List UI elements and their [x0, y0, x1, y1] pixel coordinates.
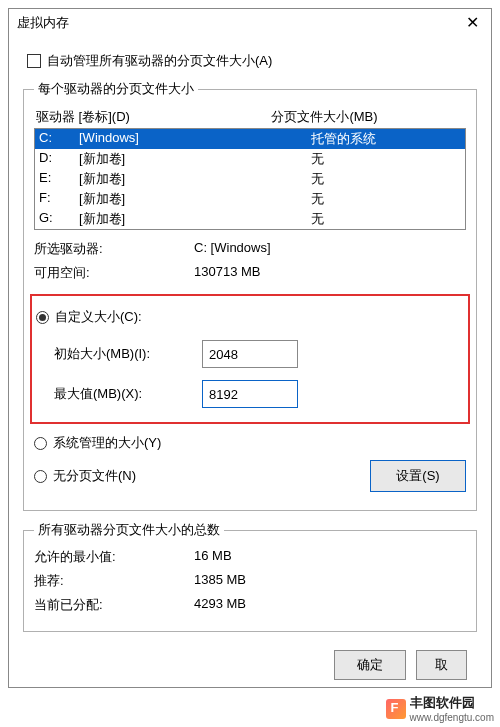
- selected-drive-label: 所选驱动器:: [34, 240, 194, 258]
- dialog-title: 虚拟内存: [17, 14, 460, 32]
- max-size-input[interactable]: [202, 380, 298, 408]
- radio-custom-size[interactable]: 自定义大小(C):: [36, 304, 464, 330]
- drive-size: 无: [311, 210, 461, 228]
- recommended-label: 推荐:: [34, 572, 194, 590]
- selected-drive-value: C: [Windows]: [194, 240, 271, 258]
- drive-letter: G:: [39, 210, 79, 228]
- per-drive-group: 每个驱动器的分页文件大小 驱动器 [卷标](D) 分页文件大小(MB) C:[W…: [23, 80, 477, 511]
- min-allowed-label: 允许的最小值:: [34, 548, 194, 566]
- drive-row[interactable]: C:[Windows]托管的系统: [35, 129, 465, 149]
- drive-label: [新加卷]: [79, 150, 311, 168]
- radio-no-paging[interactable]: 无分页文件(N): [34, 467, 136, 485]
- radio-system-managed[interactable]: 系统管理的大小(Y): [34, 430, 466, 456]
- watermark-logo-icon: [386, 699, 406, 719]
- watermark-url: www.dgfengtu.com: [410, 712, 495, 723]
- drive-letter: D:: [39, 150, 79, 168]
- allocated-value: 4293 MB: [194, 596, 246, 614]
- cancel-button[interactable]: 取: [416, 650, 467, 680]
- radio-icon[interactable]: [36, 311, 49, 324]
- checkbox-icon[interactable]: [27, 54, 41, 68]
- ok-button[interactable]: 确定: [334, 650, 406, 680]
- radio-icon[interactable]: [34, 437, 47, 450]
- max-size-label: 最大值(MB)(X):: [54, 385, 194, 403]
- drive-row[interactable]: E:[新加卷]无: [35, 169, 465, 189]
- dialog-footer: 确定 取: [23, 642, 477, 680]
- totals-group: 所有驱动器分页文件大小的总数 允许的最小值: 16 MB 推荐: 1385 MB…: [23, 521, 477, 632]
- header-size: 分页文件大小(MB): [271, 108, 464, 126]
- auto-manage-row[interactable]: 自动管理所有驱动器的分页文件大小(A): [23, 42, 477, 80]
- drive-size: 无: [311, 190, 461, 208]
- drive-row[interactable]: D:[新加卷]无: [35, 149, 465, 169]
- available-space-value: 130713 MB: [194, 264, 261, 282]
- allocated-label: 当前已分配:: [34, 596, 194, 614]
- totals-legend: 所有驱动器分页文件大小的总数: [34, 521, 224, 539]
- radio-system-label: 系统管理的大小(Y): [53, 434, 161, 452]
- custom-size-highlight: 自定义大小(C): 初始大小(MB)(I): 最大值(MB)(X):: [30, 294, 470, 424]
- virtual-memory-dialog: 虚拟内存 ✕ 自动管理所有驱动器的分页文件大小(A) 每个驱动器的分页文件大小 …: [8, 8, 492, 688]
- watermark: 丰图软件园 www.dgfengtu.com: [386, 694, 495, 723]
- auto-manage-label: 自动管理所有驱动器的分页文件大小(A): [47, 52, 272, 70]
- drive-size: 无: [311, 150, 461, 168]
- drive-row[interactable]: G:[新加卷]无: [35, 209, 465, 229]
- drive-letter: C:: [39, 130, 79, 148]
- drive-size: 托管的系统: [311, 130, 461, 148]
- close-icon[interactable]: ✕: [460, 13, 485, 32]
- title-bar: 虚拟内存 ✕: [9, 9, 491, 38]
- drive-letter: F:: [39, 190, 79, 208]
- min-allowed-value: 16 MB: [194, 548, 232, 566]
- radio-custom-label: 自定义大小(C):: [55, 308, 142, 326]
- set-button[interactable]: 设置(S): [370, 460, 466, 492]
- available-space-label: 可用空间:: [34, 264, 194, 282]
- drive-row[interactable]: F:[新加卷]无: [35, 189, 465, 209]
- recommended-value: 1385 MB: [194, 572, 246, 590]
- initial-size-input[interactable]: [202, 340, 298, 368]
- drive-list-header: 驱动器 [卷标](D) 分页文件大小(MB): [34, 104, 466, 128]
- drive-label: [Windows]: [79, 130, 311, 148]
- header-drive: 驱动器 [卷标](D): [36, 108, 271, 126]
- radio-icon[interactable]: [34, 470, 47, 483]
- initial-size-label: 初始大小(MB)(I):: [54, 345, 194, 363]
- drive-size: 无: [311, 170, 461, 188]
- drive-label: [新加卷]: [79, 170, 311, 188]
- watermark-text: 丰图软件园: [410, 695, 475, 710]
- drive-label: [新加卷]: [79, 210, 311, 228]
- drive-letter: E:: [39, 170, 79, 188]
- per-drive-legend: 每个驱动器的分页文件大小: [34, 80, 198, 98]
- drive-label: [新加卷]: [79, 190, 311, 208]
- radio-none-label: 无分页文件(N): [53, 467, 136, 485]
- drive-list[interactable]: C:[Windows]托管的系统D:[新加卷]无E:[新加卷]无F:[新加卷]无…: [34, 128, 466, 230]
